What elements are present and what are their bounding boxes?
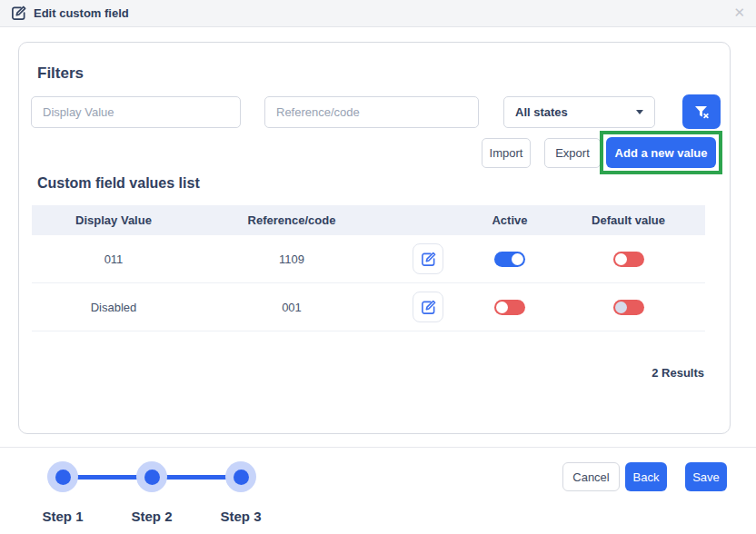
step-2-dot[interactable]	[136, 461, 167, 492]
reference-code-filter-input[interactable]	[264, 96, 479, 128]
chevron-down-icon	[636, 110, 643, 114]
import-button[interactable]: Import	[482, 138, 531, 168]
custom-field-panel: Filters All states Import Export Add a n…	[18, 42, 731, 434]
default-value-toggle[interactable]	[613, 252, 644, 267]
step-dot-core	[144, 470, 160, 485]
filters-heading: Filters	[37, 64, 84, 83]
export-button[interactable]: Export	[544, 138, 601, 168]
footer-divider	[0, 447, 756, 448]
step-dot-core	[55, 470, 71, 485]
step-dot-core	[234, 470, 249, 485]
cell-reference: 1109	[195, 252, 388, 266]
table-row: 011 1109	[32, 235, 705, 283]
cell-display-value: Disabled	[32, 301, 195, 314]
col-header-reference: Reference/code	[195, 213, 388, 227]
step-3-label: Step 3	[204, 509, 277, 524]
cell-display-value: 011	[32, 252, 195, 266]
edit-row-button[interactable]	[413, 243, 443, 274]
table-row: Disabled 001	[32, 283, 705, 331]
cancel-button[interactable]: Cancel	[562, 462, 620, 491]
col-header-default: Default value	[552, 213, 705, 227]
custom-field-values-table: Display Value Reference/code Active Defa…	[32, 205, 705, 331]
step-2-label: Step 2	[115, 509, 188, 524]
step-1-label: Step 1	[26, 509, 99, 524]
highlight-annotation-box: Add a new value	[600, 131, 722, 174]
states-select[interactable]: All states	[503, 96, 655, 128]
filter-x-icon	[692, 103, 711, 121]
cell-reference: 001	[195, 301, 388, 314]
active-toggle[interactable]	[494, 252, 525, 267]
add-new-value-button[interactable]: Add a new value	[606, 137, 716, 168]
back-button[interactable]: Back	[625, 462, 667, 491]
col-header-display-value: Display Value	[32, 213, 195, 227]
display-value-filter-input[interactable]	[31, 96, 241, 128]
modal-title: Edit custom field	[34, 6, 129, 20]
edit-pencil-square-icon	[11, 5, 26, 21]
pencil-square-icon	[421, 252, 436, 267]
col-header-active: Active	[468, 213, 552, 227]
table-header-row: Display Value Reference/code Active Defa…	[32, 205, 705, 235]
step-1-dot[interactable]	[47, 461, 78, 492]
modal-header: Edit custom field ✕	[0, 0, 756, 27]
active-toggle[interactable]	[494, 300, 525, 315]
results-count: 2 Results	[652, 366, 704, 380]
pencil-square-icon	[421, 300, 436, 315]
step-3-dot[interactable]	[225, 461, 256, 492]
default-value-toggle[interactable]	[613, 300, 644, 315]
clear-filters-button[interactable]	[682, 94, 721, 129]
states-select-value: All states	[515, 105, 636, 119]
values-list-heading: Custom field values list	[37, 175, 200, 192]
close-icon[interactable]: ✕	[733, 5, 745, 21]
save-button[interactable]: Save	[685, 462, 727, 491]
edit-row-button[interactable]	[413, 292, 443, 322]
